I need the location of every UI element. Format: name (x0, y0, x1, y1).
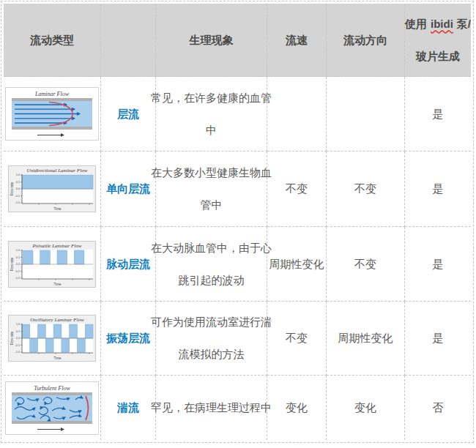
svg-text:-0.5: -0.5 (15, 344, 20, 347)
x-axis-label: Time (54, 282, 62, 285)
flow-image-cell: Turbulent Flow (4, 376, 101, 440)
header-generated: 使用ibidi泵/玻片生成 (405, 4, 471, 77)
svg-text:0.5: 0.5 (16, 255, 20, 258)
svg-text:0.5: 0.5 (16, 181, 20, 184)
channel-wall-top (12, 392, 92, 395)
direction-cell: 不变 (327, 227, 405, 302)
image-title: Oscillatory Laminar Flow (30, 317, 84, 323)
oscillatory-flow-chart: Oscillatory Laminar Flow 1.0 0.5 0.0 -0.… (8, 315, 96, 362)
x-axis-label: Time (54, 207, 62, 211)
velocity-cell: 不变 (267, 302, 327, 376)
svg-text:0.0: 0.0 (16, 263, 20, 266)
channel-wall-bottom (12, 127, 92, 130)
phenomenon-cell: 在大动脉血管中，由于心 跳引起的波动 (156, 227, 267, 302)
flow-image-cell: Laminar Flow (4, 77, 101, 152)
svg-text:1.0: 1.0 (16, 323, 20, 326)
pulsatile-flow-chart: Pulsatile Laminar Flow 1.0 0.5 0.0 -0.5 … (8, 241, 96, 288)
flow-name-cell: 脉动层流 (101, 227, 156, 302)
direction-cell (327, 77, 405, 152)
flow-image-cell: Oscillatory Laminar Flow 1.0 0.5 0.0 -0.… (4, 302, 101, 376)
image-title: Unidirectional Laminar Flow (27, 168, 88, 173)
header-velocity: 流速 (267, 4, 327, 77)
direction-cell: 不变 (327, 152, 405, 227)
phenomenon-cell: 可作为使用流动室进行湍 流模拟的方法 (156, 302, 267, 376)
header-flow-type-spacer (101, 4, 156, 77)
generated-cell: 是 (405, 302, 471, 376)
velocity-cell: 变化 (267, 376, 327, 440)
flow-image-cell: Pulsatile Laminar Flow 1.0 0.5 0.0 -0.5 … (4, 227, 101, 302)
svg-text:1.0: 1.0 (16, 249, 20, 252)
y-axis-label: Flow rate (10, 182, 14, 195)
direction-cell: 周期性变化 (327, 302, 405, 376)
channel-wall-bottom (12, 421, 92, 424)
generated-cell: 否 (405, 376, 471, 440)
header-generated-text: 使用ibidi泵/玻片生成 (405, 8, 471, 72)
y-axis-label: Flow rate (10, 257, 14, 271)
svg-text:0.0: 0.0 (16, 187, 20, 190)
flow-name-link[interactable]: 单向层流 (106, 173, 150, 205)
flow-name-link[interactable]: 湍流 (117, 392, 139, 424)
header-generated-suffix: 泵/ (457, 18, 471, 30)
channel-wall-top (12, 98, 92, 101)
svg-text:0.0: 0.0 (16, 337, 20, 340)
x-axis-label: Time (54, 356, 62, 360)
header-direction: 流动方向 (327, 4, 405, 77)
phenomenon-cell: 罕见，在病理生理过程中 (156, 376, 267, 440)
image-title: Pulsatile Laminar Flow (32, 243, 82, 249)
flow-name-link[interactable]: 脉动层流 (106, 248, 150, 280)
flow-name-cell: 单向层流 (101, 152, 156, 227)
svg-text:-1.0: -1.0 (15, 201, 20, 204)
header-flow-type: 流动类型 (4, 4, 101, 77)
generated-cell: 是 (405, 227, 471, 302)
chart-series (22, 175, 93, 189)
laminar-flow-diagram: Laminar Flow (5, 87, 99, 141)
header-phenomenon: 生理现象 (156, 4, 267, 77)
svg-text:1.0: 1.0 (16, 173, 20, 176)
image-title: Turbulent Flow (34, 384, 70, 391)
unidirectional-flow-chart: Unidirectional Laminar Flow 1.0 0.5 0.0 … (8, 165, 96, 212)
flow-types-page: 流动类型 生理现象 流速 流动方向 使用ibidi泵/玻片生成 Laminar … (0, 0, 476, 448)
flow-name-cell: 湍流 (101, 376, 156, 440)
phenomenon-cell: 常见，在许多健康的血管 中 (156, 77, 267, 152)
flow-image-cell: Unidirectional Laminar Flow 1.0 0.5 0.0 … (4, 152, 101, 227)
flow-name-cell: 层流 (101, 77, 156, 152)
header-generated-prefix: 使用 (405, 18, 427, 30)
velocity-cell: 不变 (267, 152, 327, 227)
y-axis-label: Flow rate (10, 331, 14, 345)
generated-cell: 是 (405, 152, 471, 227)
turbulent-flow-diagram: Turbulent Flow (5, 381, 99, 435)
svg-text:-0.5: -0.5 (15, 269, 20, 272)
flow-name-cell: 振荡层流 (101, 302, 156, 376)
flow-name-link[interactable]: 层流 (117, 98, 139, 130)
flow-name-link[interactable]: 振荡层流 (106, 322, 150, 354)
header-generated-line2: 玻片生成 (416, 50, 460, 62)
flow-types-table: 流动类型 生理现象 流速 流动方向 使用ibidi泵/玻片生成 Laminar … (1, 1, 474, 443)
svg-text:0.5: 0.5 (16, 330, 20, 333)
svg-text:-1.0: -1.0 (15, 351, 20, 354)
phenomenon-cell: 在大多数小型健康生物血 管中 (156, 152, 267, 227)
velocity-cell (267, 77, 327, 152)
svg-text:-1.0: -1.0 (15, 277, 20, 280)
header-generated-brand: ibidi (431, 18, 453, 30)
velocity-cell: 周期性变化 (267, 227, 327, 302)
generated-cell: 是 (405, 77, 471, 152)
image-title: Laminar Flow (34, 91, 70, 97)
svg-text:-0.5: -0.5 (15, 195, 20, 198)
direction-cell: 变化 (327, 376, 405, 440)
